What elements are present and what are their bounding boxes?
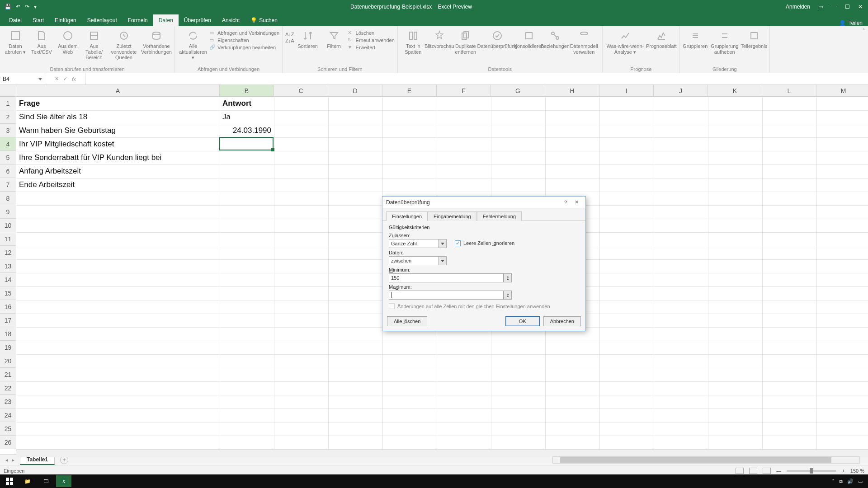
save-icon[interactable]: 💾 bbox=[5, 4, 11, 10]
sheet-nav-next-icon[interactable]: ▸ bbox=[12, 457, 14, 463]
enter-formula-icon[interactable]: ✓ bbox=[63, 76, 67, 82]
zoom-slider[interactable] bbox=[787, 470, 836, 472]
allow-dropdown[interactable]: Ganze Zahl bbox=[389, 239, 447, 248]
row-header-7[interactable]: 7 bbox=[0, 178, 16, 192]
formula-bar[interactable] bbox=[86, 73, 868, 84]
row-headers[interactable]: 1234567891011121314151617181920212223242… bbox=[0, 97, 16, 449]
row-header-4[interactable]: 4 bbox=[0, 137, 16, 151]
data-model-button[interactable]: Datenmodell verwalten bbox=[569, 28, 599, 56]
reapply-button[interactable]: ↻Erneut anwenden bbox=[348, 37, 395, 43]
max-input[interactable] bbox=[389, 291, 504, 300]
tab-formulas[interactable]: Formeln bbox=[123, 14, 153, 26]
row-header-2[interactable]: 2 bbox=[0, 110, 16, 124]
zoom-in-button[interactable]: + bbox=[842, 468, 844, 474]
row-header-8[interactable]: 8 bbox=[0, 192, 16, 205]
task-app-1[interactable]: 🗔 bbox=[38, 475, 53, 487]
start-button[interactable] bbox=[2, 475, 17, 487]
relationships-button[interactable]: Beziehungen bbox=[542, 28, 568, 51]
sheet-nav-prev-icon[interactable]: ◂ bbox=[5, 457, 8, 463]
from-textcsv-button[interactable]: Aus Text/CSV bbox=[29, 28, 54, 56]
column-headers[interactable]: ABCDEFGHIJKLM bbox=[16, 85, 868, 97]
fx-icon[interactable]: fx bbox=[72, 76, 76, 82]
qat-customize-icon[interactable]: ▾ bbox=[34, 4, 37, 10]
zoom-out-button[interactable]: — bbox=[776, 468, 781, 474]
column-header-C[interactable]: C bbox=[274, 85, 328, 96]
cell-B1[interactable]: Antwort bbox=[220, 97, 274, 110]
tray-network-icon[interactable]: ⧉ bbox=[839, 479, 843, 484]
ignore-blank-checkbox[interactable]: ✓ Leere Zellen ignorieren bbox=[455, 240, 514, 246]
ribbon-options-icon[interactable]: ▭ bbox=[818, 4, 823, 10]
row-header-24[interactable]: 24 bbox=[0, 408, 16, 422]
cell-B2[interactable]: Ja bbox=[220, 110, 274, 124]
row-header-19[interactable]: 19 bbox=[0, 341, 16, 354]
group-button[interactable]: Gruppieren bbox=[683, 28, 708, 51]
subtotal-button[interactable]: Teilergebnis bbox=[741, 28, 767, 51]
dialog-tab-inputmsg[interactable]: Eingabemeldung bbox=[428, 211, 477, 221]
tab-data[interactable]: Daten bbox=[153, 14, 179, 26]
cell-A4[interactable]: Ihr VIP Mitgliedschaft kostet bbox=[16, 137, 220, 151]
from-web-button[interactable]: Aus dem Web bbox=[55, 28, 80, 56]
column-header-H[interactable]: H bbox=[545, 85, 599, 96]
sort-za-button[interactable]: Z↓A bbox=[285, 38, 294, 43]
column-header-I[interactable]: I bbox=[599, 85, 654, 96]
column-header-F[interactable]: F bbox=[437, 85, 491, 96]
column-header-J[interactable]: J bbox=[654, 85, 708, 96]
cell-A1[interactable]: Frage bbox=[16, 97, 220, 110]
from-table-button[interactable]: Aus Tabelle/ Bereich bbox=[81, 28, 107, 62]
redo-icon[interactable]: ↷ bbox=[25, 4, 29, 10]
cell-A3[interactable]: Wann haben Sie Geburtstag bbox=[16, 124, 220, 137]
horizontal-scrollbar[interactable] bbox=[552, 456, 860, 464]
max-ref-button[interactable]: ↥ bbox=[504, 291, 512, 300]
whatif-button[interactable]: Was-wäre-wenn-Analyse ▾ bbox=[605, 28, 645, 56]
column-header-M[interactable]: M bbox=[816, 85, 868, 96]
data-validation-button[interactable]: Datenüberprüfung bbox=[479, 28, 515, 51]
row-header-16[interactable]: 16 bbox=[0, 300, 16, 314]
cell-A6[interactable]: Anfang Arbeitszeit bbox=[16, 164, 220, 178]
tab-home[interactable]: Start bbox=[27, 14, 49, 26]
dialog-tab-settings[interactable]: Einstellungen bbox=[386, 211, 428, 221]
tray-sound-icon[interactable]: 🔊 bbox=[847, 479, 854, 484]
row-header-20[interactable]: 20 bbox=[0, 354, 16, 368]
row-header-22[interactable]: 22 bbox=[0, 381, 16, 395]
existing-conn-button[interactable]: Vorhandene Verbindungen bbox=[141, 28, 172, 56]
share-button[interactable]: Teilen bbox=[849, 20, 863, 26]
close-icon[interactable]: ✕ bbox=[858, 4, 863, 10]
row-header-10[interactable]: 10 bbox=[0, 219, 16, 232]
view-pagebreak-button[interactable] bbox=[763, 468, 771, 474]
flash-fill-button[interactable]: Blitzvorschau bbox=[427, 28, 452, 51]
column-header-A[interactable]: A bbox=[16, 85, 220, 96]
cell-A2[interactable]: Sind Sie älter als 18 bbox=[16, 110, 220, 124]
forecast-sheet-button[interactable]: Prognoseblatt bbox=[646, 28, 677, 51]
row-header-18[interactable]: 18 bbox=[0, 327, 16, 341]
cancel-button[interactable]: Abbrechen bbox=[543, 316, 581, 326]
row-header-9[interactable]: 9 bbox=[0, 205, 16, 219]
row-header-1[interactable]: 1 bbox=[0, 97, 16, 110]
tab-insert[interactable]: Einfügen bbox=[49, 14, 81, 26]
ok-button[interactable]: OK bbox=[505, 316, 540, 326]
column-header-K[interactable]: K bbox=[708, 85, 762, 96]
recent-sources-button[interactable]: Zuletzt verwendete Quellen bbox=[108, 28, 140, 62]
get-data-button[interactable]: Daten abrufen ▾ bbox=[3, 28, 28, 56]
tab-review[interactable]: Überprüfen bbox=[179, 14, 217, 26]
minimize-icon[interactable]: — bbox=[831, 4, 837, 10]
clear-all-button[interactable]: Alle löschen bbox=[387, 316, 427, 326]
row-header-6[interactable]: 6 bbox=[0, 164, 16, 178]
tray-chevron-icon[interactable]: ˄ bbox=[832, 479, 835, 484]
tab-view[interactable]: Ansicht bbox=[217, 14, 245, 26]
row-header-15[interactable]: 15 bbox=[0, 286, 16, 300]
data-dropdown[interactable]: zwischen bbox=[389, 256, 447, 265]
clear-filter-button[interactable]: ✕Löschen bbox=[348, 30, 395, 36]
undo-icon[interactable]: ↶ bbox=[16, 4, 20, 10]
collapse-ribbon-icon[interactable]: ˄ bbox=[860, 26, 868, 73]
filter-button[interactable]: Filtern bbox=[321, 28, 347, 51]
dialog-tab-erroralert[interactable]: Fehlermeldung bbox=[477, 211, 522, 221]
queries-conn-button[interactable]: ▭Abfragen und Verbindungen bbox=[209, 30, 279, 36]
view-pagelayout-button[interactable] bbox=[749, 468, 757, 474]
tell-me-search[interactable]: 💡 Suchen bbox=[245, 14, 283, 26]
dialog-close-button[interactable]: ✕ bbox=[571, 199, 582, 205]
tray-lang-icon[interactable]: ▭ bbox=[858, 479, 863, 484]
fill-handle[interactable] bbox=[271, 148, 274, 151]
consolidate-button[interactable]: Konsolidieren bbox=[516, 28, 542, 51]
row-header-5[interactable]: 5 bbox=[0, 151, 16, 164]
row-header-14[interactable]: 14 bbox=[0, 273, 16, 286]
